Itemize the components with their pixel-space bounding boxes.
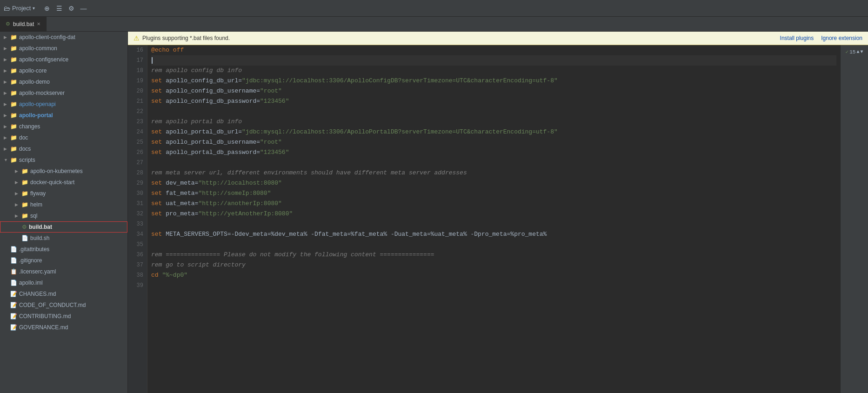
code-line: set apollo_portal_db_url="jdbc:mysql://l… [151,127,836,137]
sidebar-item-helm[interactable]: ▶📁helm [0,199,127,210]
install-plugins-link[interactable]: Install plugins [780,35,814,41]
tab-close-button[interactable]: ✕ [37,21,40,27]
match-indicator-area: ✓ 15 ▲ ▼ [840,45,868,393]
globe-icon[interactable]: ⊕ [42,4,52,13]
sidebar-item-label: doc [19,134,28,141]
file-icon: 📄 [10,257,17,264]
sidebar-item-code-of-conduct-md[interactable]: 📝CODE_OF_CONDUCT.md [0,300,127,311]
arrow-icon: ▶ [4,68,8,73]
sidebar-item-apollo-openapi[interactable]: ▶📁apollo-openapi [0,99,127,110]
tab-label: build.bat [13,21,34,27]
folder-icon: 📁 [10,56,17,63]
code-line [151,158,836,168]
arrow-icon: ▶ [4,135,8,140]
arrow-icon: ▶ [4,102,8,107]
sidebar-item-gitignore[interactable]: 📄.gitignore [0,255,127,266]
code-line: set apollo_config_db_url="jdbc:mysql://l… [151,76,836,86]
tab-file-icon: ⚙ [6,21,10,27]
sidebar-item-apollo-demo[interactable]: ▶📁apollo-demo [0,76,127,87]
folder-icon: 📁 [21,190,28,197]
code-content[interactable]: @echo offrem apollo config db infoset ap… [147,45,840,393]
chevron-up-icon[interactable]: ▲ [856,47,859,57]
file-icon: 📋 [10,268,17,275]
arrow-icon: ▶ [4,80,8,84]
sidebar-item-label: flyway [30,190,46,197]
sidebar-item-label: scripts [19,157,35,163]
sidebar-item-label: apollo-on-kubernetes [30,168,83,174]
sidebar-item-licenserc-yaml[interactable]: 📋.licenserc.yaml [0,266,127,277]
sidebar-item-changes-md[interactable]: 📝CHANGES.md [0,288,127,300]
sidebar-item-gitattributes[interactable]: 📄.gitattributes [0,244,127,255]
folder-icon: 📁 [21,213,28,219]
sidebar-item-apollo-client-config-dat[interactable]: ▶📁apollo-client-config-dat [0,32,127,43]
code-line: rem go to script directory [151,260,836,270]
sidebar-item-label: sql [30,213,37,219]
layout-icon[interactable]: ☰ [54,4,64,13]
folder-icon: 📁 [10,79,17,85]
minimize-icon[interactable]: — [79,4,88,13]
line-number: 28 [132,168,143,178]
project-dropdown-icon: ▾ [33,6,35,11]
line-number: 32 [132,209,143,219]
file-icon: 📝 [10,324,17,331]
sidebar-item-contributing-md[interactable]: 📝CONTRIBUTING.md [0,311,127,322]
sidebar-item-label: changes [19,123,40,130]
code-line: rem apollo portal db info [151,117,836,127]
sidebar-item-changes[interactable]: ▶📁changes [0,121,127,132]
file-icon: 📝 [10,313,17,320]
sidebar-item-doc[interactable]: ▶📁doc [0,132,127,143]
project-menu[interactable]: 🗁 Project ▾ [4,5,35,12]
file-icon: ⚙ [22,224,27,230]
arrow-icon: ▶ [4,124,8,129]
line-number: 26 [132,147,143,158]
sidebar-item-apollo-portal[interactable]: ▶📁apollo-portal [0,110,127,121]
sidebar-item-label: CODE_OF_CONDUCT.md [19,302,86,308]
line-number: 30 [132,188,143,199]
sidebar-item-governance-md[interactable]: 📝GOVERNANCE.md [0,322,127,333]
file-icon: 📄 [21,235,28,241]
plugin-bar-icon: ⚠ [134,34,140,42]
sidebar-item-label: build.sh [30,235,49,241]
folder-icon: 📁 [10,67,17,74]
chevron-down-icon[interactable]: ▼ [860,47,863,57]
sidebar-item-build-sh-file[interactable]: 📄build.sh [0,233,127,244]
sidebar-item-apollo-configservice[interactable]: ▶📁apollo-configservice [0,54,127,65]
sidebar-item-label: apollo-portal [19,112,53,119]
line-number: 35 [132,240,143,250]
sidebar-item-label: apollo-mockserver [19,90,65,96]
sidebar-item-docs[interactable]: ▶📁docs [0,143,127,154]
sidebar-item-label: apollo-client-config-dat [19,34,75,40]
ignore-extension-link[interactable]: Ignore extension [821,35,862,41]
code-editor[interactable]: 1617181920212223242526272829303132333435… [128,45,868,393]
plugin-notification-bar: ⚠ Plugins supporting *.bat files found. … [128,32,868,45]
folder-icon: 📁 [10,90,17,96]
plugin-bar-message-area: ⚠ Plugins supporting *.bat files found. [134,34,230,42]
folder-icon: 📁 [10,157,17,163]
sidebar: ▶📁apollo-client-config-dat▶📁apollo-commo… [0,32,128,393]
sidebar-item-docker-quick-start[interactable]: ▶📁docker-quick-start [0,177,127,188]
folder-icon: 📁 [21,201,28,208]
sidebar-item-label: GOVERNANCE.md [19,324,68,331]
code-line: @echo off [151,45,836,55]
folder-icon: 📁 [10,146,17,152]
tab-build-bat[interactable]: ⚙ build.bat ✕ [0,17,47,31]
sidebar-item-flyway[interactable]: ▶📁flyway [0,188,127,199]
sidebar-item-apollo-on-kubernetes[interactable]: ▶📁apollo-on-kubernetes [0,166,127,177]
sidebar-item-label: apollo.iml [19,280,43,286]
line-number: 37 [132,260,143,270]
sidebar-item-build-bat-file[interactable]: ⚙build.bat [0,221,127,233]
sidebar-item-apollo-core[interactable]: ▶📁apollo-core [0,65,127,76]
settings-icon[interactable]: ⚙ [67,4,76,13]
sidebar-item-apollo-common[interactable]: ▶📁apollo-common [0,43,127,54]
sidebar-item-label: apollo-demo [19,79,50,85]
match-count: 15 [849,47,855,57]
arrow-icon: ▶ [4,147,8,151]
sidebar-item-scripts[interactable]: ▼📁scripts [0,154,127,166]
code-line: set META_SERVERS_OPTS=-Ddev_meta=%dev_me… [151,229,836,240]
line-number: 25 [132,137,143,147]
sidebar-item-apollo-mockserver[interactable]: ▶📁apollo-mockserver [0,87,127,99]
sidebar-item-sql[interactable]: ▶📁sql [0,210,127,221]
folder-icon: 📁 [10,123,17,130]
sidebar-item-apollo-iml[interactable]: 📄apollo.iml [0,277,127,288]
code-line: set apollo_portal_db_username="root" [151,137,836,147]
